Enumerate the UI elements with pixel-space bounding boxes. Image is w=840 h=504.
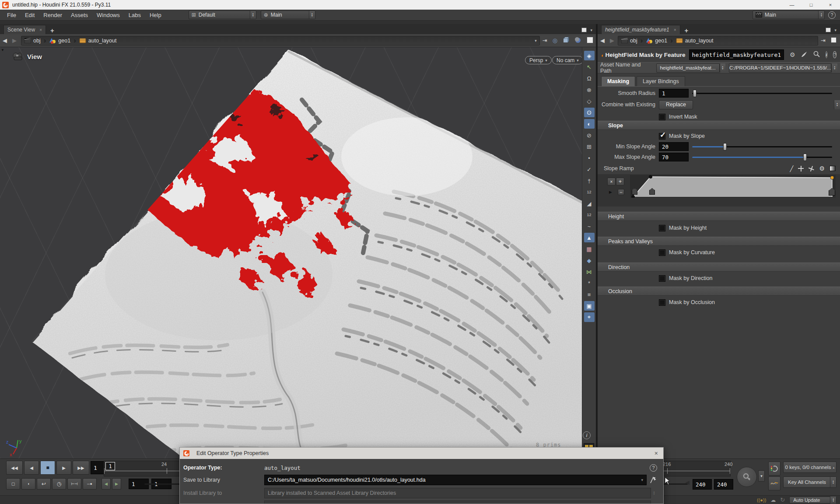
close-tab-icon[interactable]: × xyxy=(39,28,42,32)
desktop-select[interactable]: Main ▴▾ xyxy=(752,10,825,19)
scene-viewport[interactable]: View Persp ▾ No cam ▾ ◈ ↖ Ω ⊗ ◇ ʘ ◐ ⊘ ⊞ … xyxy=(0,47,596,458)
ramp-pencil-icon[interactable]: ╱ xyxy=(790,165,794,172)
playhead-flag[interactable]: 1 xyxy=(105,462,115,470)
jump-start-button[interactable]: ◀◀ xyxy=(6,461,23,475)
section-occlusion[interactable]: Occlusion xyxy=(598,287,840,296)
jump-end-button[interactable]: ▶▶ xyxy=(73,461,89,475)
snap-options-icon[interactable]: ◇ xyxy=(584,96,595,106)
ramp-pan-icon[interactable] xyxy=(798,166,804,172)
pane-maximize-icon[interactable] xyxy=(826,28,831,32)
snapping-off-icon[interactable]: ⊗ xyxy=(584,85,595,94)
search-icon[interactable] xyxy=(813,51,820,59)
key-options-button[interactable]: ▾ xyxy=(758,470,765,482)
info-icon[interactable]: i xyxy=(826,51,828,58)
crumb-obj[interactable]: obj xyxy=(630,38,637,44)
network-status-icon[interactable]: ((●)) xyxy=(757,497,766,503)
section-direction[interactable]: Direction xyxy=(598,262,840,272)
dialog-help-icon[interactable]: ? xyxy=(650,464,657,472)
close-button[interactable]: × xyxy=(821,0,840,10)
menu-edit[interactable]: Edit xyxy=(21,10,39,20)
maximize-button[interactable]: □ xyxy=(802,0,821,10)
spinner-icon[interactable]: ▴▾ xyxy=(720,63,726,73)
hide-geometry-icon[interactable]: ⊘ xyxy=(584,130,595,140)
mask-by-height-checkbox[interactable] xyxy=(659,225,665,231)
tab-scene-view[interactable]: Scene View × xyxy=(4,25,46,34)
mask-by-direction-checkbox[interactable] xyxy=(659,275,665,282)
spinner-icon[interactable]: ▴▾ xyxy=(834,100,840,109)
smooth-radius-slider[interactable] xyxy=(692,90,836,97)
lights-icon[interactable]: ʘ xyxy=(584,108,595,117)
point-markers-icon[interactable]: ✓ xyxy=(584,164,595,174)
ramp-expand-icon[interactable]: ▶ xyxy=(609,190,612,194)
back-button[interactable]: ◀ xyxy=(598,37,607,44)
points-display-icon[interactable]: • xyxy=(584,153,595,163)
select-tool-icon[interactable]: ↖ xyxy=(584,62,595,72)
prim-numbers-icon[interactable]: 12 xyxy=(584,210,595,220)
ramp-gradient-icon[interactable] xyxy=(830,166,836,171)
camera-select-button[interactable]: No cam ▾ xyxy=(552,56,583,64)
invert-mask-checkbox[interactable] xyxy=(659,114,665,120)
menu-file[interactable]: File xyxy=(3,10,21,20)
new-tab-button[interactable]: + xyxy=(46,27,59,34)
section-slope[interactable]: Slope xyxy=(598,121,840,130)
dialog-titlebar[interactable]: Edit Operator Type Properties × xyxy=(180,448,663,459)
help-icon[interactable]: ? xyxy=(833,51,836,58)
back-button[interactable]: ◀ xyxy=(0,37,10,44)
display-particles-icon[interactable]: ▲ xyxy=(584,233,595,242)
dropdown-icon[interactable]: ▾ xyxy=(641,478,643,482)
spinner-icon[interactable]: ▴▾ xyxy=(831,63,837,73)
group-list-icon[interactable]: ⋈ xyxy=(584,267,595,276)
prev-key-button[interactable]: ◀ xyxy=(102,478,111,490)
set-key-button[interactable] xyxy=(737,467,757,487)
menu-render[interactable]: Render xyxy=(39,10,66,20)
forward-button[interactable]: ▶ xyxy=(10,37,19,44)
min-slope-input[interactable]: 20 xyxy=(659,142,689,151)
pane-menu-icon[interactable]: ▾ xyxy=(590,28,592,32)
view-menu-select[interactable]: ⊕ Main ▴▾ xyxy=(261,10,315,19)
mask-by-curvature-checkbox[interactable] xyxy=(659,249,665,256)
play-reverse-button[interactable]: ◀ xyxy=(24,461,39,475)
save-to-library-input[interactable]: C:/Users/ta_matsuo/Documents/houdini21.0… xyxy=(264,475,647,485)
pin-icon[interactable]: ⇥ xyxy=(821,37,826,44)
mask-by-occlusion-checkbox[interactable] xyxy=(659,299,665,306)
update-mode-select[interactable]: Auto Update ▴▾ xyxy=(789,497,836,504)
radial-menu-icon[interactable]: ◎ xyxy=(553,37,557,44)
brush-icon[interactable] xyxy=(801,51,808,59)
material-shading-icon[interactable]: ◐ xyxy=(584,119,595,129)
crumb-node[interactable]: auto_layout xyxy=(88,38,117,44)
mask-by-slope-checkbox[interactable]: ✓ xyxy=(659,133,665,140)
realtime-toggle-button[interactable]: ↩ xyxy=(37,478,51,490)
stop-button[interactable]: ■ xyxy=(40,461,55,475)
uv-checker-icon[interactable]: ▦ xyxy=(584,244,595,254)
tab-layer-bindings[interactable]: Layer Bindings xyxy=(637,76,685,86)
ramp-add-button[interactable]: + xyxy=(616,178,624,186)
lock-icon[interactable]: Ω xyxy=(584,74,595,83)
min-slope-slider[interactable] xyxy=(692,143,836,150)
point-normals-icon[interactable]: † xyxy=(584,176,595,186)
pane-maximize-icon[interactable] xyxy=(581,28,587,32)
scoped-channels-button[interactable] xyxy=(768,476,780,490)
next-key-button[interactable]: ▶ xyxy=(112,478,121,490)
max-slope-input[interactable]: 70 xyxy=(659,153,689,161)
section-peaks[interactable]: Peaks and Valleys xyxy=(598,237,840,246)
point-numbers-icon[interactable]: 12 xyxy=(584,187,595,197)
key-all-channels-button[interactable]: Key All Channels ▴▾ xyxy=(783,476,836,488)
ramp-move-icon[interactable] xyxy=(808,165,816,172)
geometry-cube-icon[interactable] xyxy=(563,37,570,45)
path-dropdown-icon[interactable]: ▾ xyxy=(535,38,537,43)
ramp-canvas[interactable] xyxy=(630,175,836,198)
menu-labs[interactable]: Labs xyxy=(124,10,145,20)
breadcrumb[interactable]: obj › geo1 › auto_layout ▾ xyxy=(21,36,540,46)
curve-hull-icon[interactable]: ~ xyxy=(584,221,595,231)
switch-to-definition-input[interactable]: C:/Users/ta_matsuo/Documents/houdini21.0… xyxy=(264,500,651,504)
keyframe-options-button[interactable]: ─● xyxy=(83,478,97,490)
node-name-input[interactable]: heightfield_maskbyfeature1 xyxy=(689,49,784,60)
menu-windows[interactable]: Windows xyxy=(92,10,124,20)
pin-icon[interactable]: ⇥ xyxy=(542,37,547,44)
crumb-geo[interactable]: geo1 xyxy=(655,38,667,44)
pane-menu-icon[interactable]: ▾ xyxy=(834,28,836,32)
material-sphere-icon[interactable] xyxy=(575,37,581,45)
range-end-input[interactable]: 240 xyxy=(693,479,712,490)
crumb-geo[interactable]: geo1 xyxy=(58,38,70,44)
scene-location-icon[interactable]: ⌖ xyxy=(584,312,595,322)
